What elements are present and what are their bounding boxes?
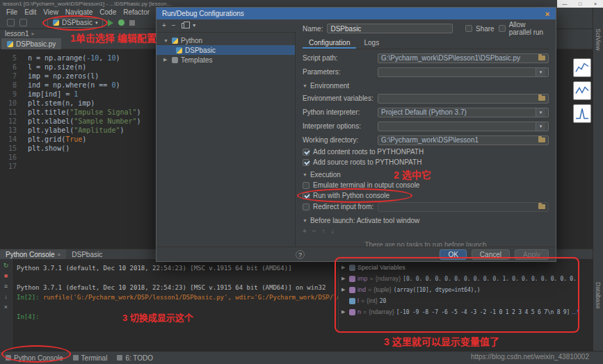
browse-folder-icon[interactable] (538, 138, 545, 142)
checkbox-icon[interactable] (303, 182, 309, 189)
close-icon[interactable]: × (588, 0, 603, 8)
chevron-right-icon[interactable]: ▶ (341, 309, 347, 315)
variable-row[interactable]: ▶imp = {ndarray} [0. 0. 0. 0. 0. 0. 0. 0… (339, 273, 579, 284)
minimize-icon[interactable]: — (557, 0, 572, 8)
dialog-titlebar[interactable]: Run/Debug Configurations × (156, 8, 556, 19)
browse-folder-icon[interactable] (538, 56, 545, 60)
status-item-6-todo[interactable]: 6: TODO (117, 354, 153, 362)
plot-thumbnail[interactable] (573, 58, 591, 77)
checkbox-emulate-terminal[interactable]: Emulate terminal in output console (303, 181, 549, 189)
menu-item-refactor[interactable]: Refactor (120, 8, 153, 16)
environment-section-header[interactable]: ▼ Environment (303, 82, 549, 90)
redirect-input-field[interactable] (378, 202, 549, 212)
interpreter-select[interactable]: Project Default (Python 3.7) ▾ (378, 108, 549, 117)
menu-item-view[interactable]: View (40, 8, 62, 16)
chevron-right-icon[interactable]: ▶ (163, 57, 169, 63)
console-tab-dspbasic[interactable]: DSPbasic (66, 249, 108, 260)
chevron-right-icon[interactable]: ▶ (341, 265, 347, 270)
tree-node-templates[interactable]: ▶ Templates (156, 55, 295, 65)
breadcrumb-project[interactable]: lesson1 (5, 30, 29, 38)
checkbox-share[interactable]: Share (465, 25, 495, 33)
tool-window-tab-database[interactable]: Database (595, 282, 602, 309)
expand-field-icon[interactable]: ▾ (536, 122, 545, 131)
run-configuration-select[interactable]: DSPbasic ▾ (47, 18, 103, 28)
stop-icon[interactable]: ■ (4, 272, 8, 279)
rerun-icon[interactable]: ↻ (3, 262, 9, 269)
editor-tab-dspbasic[interactable]: DSPbasic.py (1, 38, 61, 49)
checkbox-allow-parallel-run[interactable]: Allow parallel run (499, 21, 549, 36)
parameters-input[interactable]: ▾ (378, 67, 549, 77)
before-launch-section-header[interactable]: ▼ Before launch: Activate tool window (303, 217, 549, 224)
add-configuration-icon[interactable]: + (162, 22, 166, 29)
variable-row[interactable]: ▶n = {ndarray} [-10 -9 -8 -7 -6 -5 -4 -3… (339, 306, 579, 317)
sort-configurations-icon[interactable]: ▼ (192, 22, 197, 29)
checkbox-redirect-input[interactable]: Redirect input from: (303, 203, 378, 210)
working-directory-input[interactable]: G:\Pycharm_work\DSP\lesson1 (378, 135, 549, 145)
tab-logs[interactable]: Logs (357, 38, 385, 49)
code-token: plt.stem(n, imp) (28, 99, 95, 107)
stop-button-icon[interactable] (129, 20, 135, 26)
tool-window-tab-sciview[interactable]: SciView (595, 28, 602, 51)
sciview-plot-list (573, 58, 591, 123)
open-project-icon[interactable] (7, 19, 15, 26)
maximize-icon[interactable]: □ (572, 0, 588, 8)
copy-configuration-icon[interactable] (182, 23, 186, 28)
variable-row[interactable]: ▶Special Variables (339, 262, 579, 273)
console-tab-label: DSPbasic (72, 251, 102, 258)
env-vars-input[interactable] (378, 94, 549, 104)
variable-row[interactable]: ▶ind = {tuple} (array([10], dtype=int64)… (339, 284, 579, 295)
menu-item-edit[interactable]: Edit (21, 8, 40, 16)
name-input[interactable]: DSPbasic (327, 24, 453, 33)
checkbox-icon[interactable] (303, 192, 309, 199)
plot-thumbnail[interactable] (573, 81, 591, 100)
checkbox-icon[interactable] (303, 204, 309, 210)
apply-button[interactable]: Apply (515, 249, 549, 260)
menu-item-file[interactable]: File (3, 8, 21, 16)
add-task-icon[interactable]: + (303, 227, 307, 235)
tree-node-dspbasic[interactable]: DSPbasic (156, 45, 295, 55)
scroll-to-end-icon[interactable]: ↓ (4, 293, 8, 300)
dialog-close-icon[interactable]: × (539, 10, 556, 18)
status-item-terminal[interactable]: Terminal (73, 354, 108, 362)
checkbox-icon[interactable] (465, 25, 472, 32)
chevron-down-icon[interactable]: ▼ (163, 38, 169, 43)
status-item-icon (6, 355, 11, 361)
browse-folder-icon[interactable] (538, 96, 545, 101)
tree-node-python[interactable]: ▼ Python (156, 35, 295, 45)
save-all-icon[interactable] (19, 19, 27, 26)
move-down-icon[interactable]: ↓ (331, 227, 335, 235)
status-item-python-console[interactable]: Python Console (6, 354, 63, 362)
browse-folder-icon[interactable] (538, 204, 545, 209)
tab-configuration[interactable]: Configuration (303, 38, 356, 49)
chevron-down-icon[interactable]: ▾ (536, 108, 545, 117)
help-button[interactable]: ? (296, 250, 305, 259)
variable-row[interactable]: l = {int} 20 (339, 295, 579, 306)
close-tab-icon[interactable]: × (58, 251, 61, 258)
checkbox-icon[interactable] (303, 149, 309, 156)
menu-item-navigate[interactable]: Navigate (62, 8, 96, 16)
menu-item-code[interactable]: Code (96, 8, 120, 16)
run-button-icon[interactable] (108, 19, 113, 26)
plot-thumbnail[interactable] (573, 104, 591, 123)
console-tab-python-console[interactable]: Python Console × (0, 249, 66, 260)
interpreter-options-input[interactable]: ▾ (378, 122, 549, 131)
expand-field-icon[interactable]: ▾ (536, 68, 545, 76)
remove-task-icon[interactable]: − (312, 227, 316, 235)
checkbox-run-with-python-console[interactable]: Run with Python console (303, 192, 407, 199)
remove-configuration-icon[interactable]: − (172, 22, 176, 29)
view-as-array-link[interactable]: ...View as Array (572, 308, 579, 315)
move-up-icon[interactable]: ↑ (322, 227, 325, 235)
cancel-button[interactable]: Cancel (472, 249, 510, 260)
debug-button-icon[interactable] (118, 19, 124, 26)
chevron-right-icon[interactable]: ▶ (341, 276, 347, 281)
close-console-icon[interactable]: × (4, 304, 8, 311)
checkbox-add-content-roots[interactable]: Add content roots to PYTHONPATH (303, 148, 549, 156)
options-menu-icon[interactable]: ≡ (4, 283, 8, 290)
checkbox-add-source-roots[interactable]: Add source roots to PYTHONPATH (303, 158, 549, 166)
chevron-right-icon[interactable]: ▶ (341, 287, 347, 292)
checkbox-icon[interactable] (499, 25, 506, 32)
script-path-input[interactable]: G:\Pycharm_work\DSP\lesson1\DSPbasic.py (378, 53, 549, 63)
ok-button[interactable]: OK (440, 249, 466, 260)
configurations-tree: ▼ Python DSPbasic ▶ Templates (156, 33, 296, 247)
checkbox-icon[interactable] (303, 159, 309, 166)
